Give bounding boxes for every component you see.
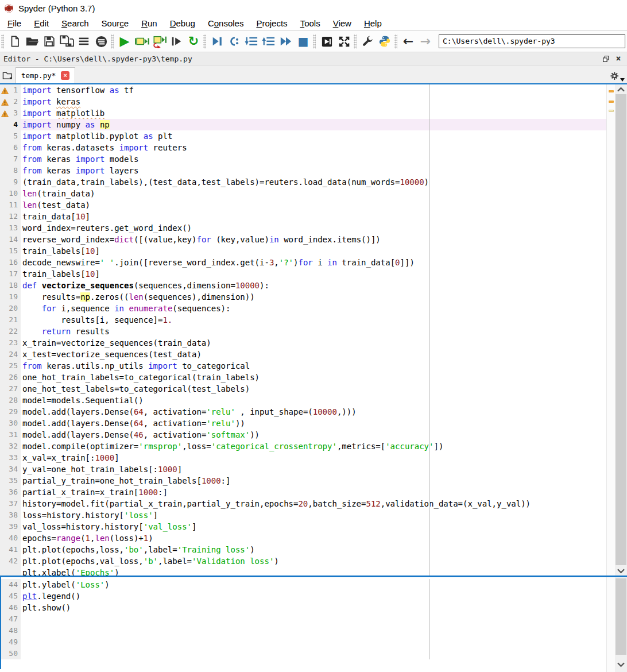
rerun-icon: ↻	[188, 35, 199, 48]
back-icon: ←	[403, 35, 413, 48]
browse-tabs-button[interactable]	[0, 67, 16, 83]
open-file-button[interactable]	[24, 33, 41, 50]
editor-pane-top[interactable]: 1import tensorflow as tf2import keras3im…	[0, 84, 606, 576]
code-text: plt.show()	[21, 602, 606, 613]
occurrence-flag[interactable]	[609, 110, 614, 112]
menu-run[interactable]: Run	[135, 17, 164, 29]
format-icon	[78, 35, 90, 48]
line-number: 1	[0, 84, 21, 96]
warning-flag[interactable]	[609, 101, 614, 103]
code-text: def vectorize_sequences(sequences,dimens…	[21, 280, 606, 291]
run-cell-advance-icon	[151, 34, 167, 48]
back-button[interactable]: ←	[400, 33, 417, 50]
save-button[interactable]	[41, 33, 58, 50]
maximize-pane-button[interactable]	[318, 33, 335, 50]
tab-options-button[interactable]	[610, 71, 625, 82]
line-number: 22	[0, 326, 21, 337]
code-line: 33x_val=x_train[:1000]	[0, 452, 606, 464]
fullscreen-icon	[338, 35, 351, 48]
new-file-button[interactable]	[6, 33, 24, 50]
step-into-button[interactable]	[243, 33, 260, 50]
run-cell-advance-button[interactable]	[150, 33, 168, 50]
menu-consoles[interactable]: Consoles	[202, 17, 250, 29]
line-number: 20	[0, 303, 21, 314]
code-line: 25from keras.utils.np_utils import to_ca…	[0, 360, 606, 372]
line-number: 15	[0, 245, 21, 257]
code-line: 42plt.plot(epochs,val_loss,'b',label='Va…	[0, 555, 606, 567]
code-text: from keras.utils.np_utils import to_cate…	[21, 360, 606, 372]
menu-edit[interactable]: Edit	[28, 17, 55, 29]
menu-view[interactable]: View	[327, 17, 358, 29]
code-line: 14reverse_word_index=dict([(value,key)fo…	[0, 234, 606, 245]
editor-tab-bar: temp.py* ×	[0, 65, 627, 83]
fullscreen-button[interactable]	[335, 33, 353, 50]
preferences-button[interactable]	[359, 33, 376, 50]
scroll-down-button[interactable]	[615, 566, 627, 576]
scrollbar-thumb[interactable]	[616, 578, 626, 655]
code-text: val_loss=history.history['val_loss']	[21, 521, 606, 532]
split-divider[interactable]	[0, 576, 627, 577]
code-text: return results	[21, 326, 606, 337]
save-all-button[interactable]	[58, 33, 75, 50]
menu-help[interactable]: Help	[358, 17, 388, 29]
scrollbar-thumb[interactable]	[616, 94, 626, 565]
menu-tools[interactable]: Tools	[294, 17, 327, 29]
editor-panel-titlebar: Editor - C:\Users\dell\.spyder-py3\temp.…	[0, 52, 627, 65]
debug-file-icon	[211, 35, 223, 48]
continue-button[interactable]	[277, 33, 295, 50]
line-number: 50	[1, 648, 21, 659]
debug-cell-icon	[228, 35, 241, 48]
spyder-logo-icon	[4, 3, 14, 13]
close-pane-button[interactable]: ×	[613, 53, 624, 64]
line-number: 24	[0, 349, 21, 360]
code-line: 37history=model.fit(partial_x_train,part…	[0, 498, 606, 509]
menu-search[interactable]: Search	[55, 17, 95, 29]
code-line: 35partial_y_train=one_hot_train_labels[1…	[0, 475, 606, 486]
code-line: 3import matplotlib	[0, 107, 606, 119]
undock-pane-button[interactable]	[601, 53, 611, 64]
code-line: 32model.compile(optimizer='rmsprop',loss…	[0, 441, 606, 452]
code-line: 20 for i,sequence in enumerate(sequences…	[0, 303, 606, 314]
run-selection-button[interactable]	[168, 33, 185, 50]
line-number: 27	[0, 383, 21, 395]
code-text	[21, 636, 606, 648]
warning-flag[interactable]	[609, 90, 614, 92]
code-text: train_data[10]	[21, 211, 606, 222]
scroll-down-button[interactable]	[615, 660, 627, 669]
editor-pane-bottom[interactable]: 44plt.ylabel('Loss')45plt.legend()46plt.…	[1, 579, 606, 672]
code-text: history=model.fit(partial_x_train,partia…	[21, 498, 606, 509]
code-text: y_val=one_hot_train_labels[:1000]	[21, 464, 606, 475]
tab-close-button[interactable]: ×	[61, 71, 69, 80]
menu-file[interactable]: File	[1, 17, 28, 29]
code-text: import matplotlib	[21, 107, 606, 119]
forward-button[interactable]: →	[417, 33, 434, 50]
working-directory-combobox[interactable]: C:\Users\dell\.spyder-py3	[439, 34, 625, 48]
run-cell-button[interactable]	[133, 33, 150, 50]
toolbar-grip	[354, 34, 357, 49]
scroll-up-button[interactable]	[615, 84, 627, 94]
scrollbar-top-pane[interactable]	[615, 84, 627, 576]
line-number: 13	[0, 222, 21, 234]
line-number: 44	[1, 579, 21, 590]
stop-button[interactable]: ■	[295, 33, 312, 50]
menu-source[interactable]: Source	[95, 17, 136, 29]
run-file-button[interactable]: ▶	[116, 33, 133, 50]
code-line: 13word_index=reuters.get_word_index()	[0, 222, 606, 234]
debug-cell-button[interactable]	[226, 33, 243, 50]
debug-file-button[interactable]	[208, 33, 226, 50]
code-text: (train_data,train_labels),(test_data,tes…	[21, 176, 606, 188]
tab-temp-py[interactable]: temp.py* ×	[16, 67, 75, 83]
format-button[interactable]	[75, 33, 92, 50]
scrollbar-bottom-pane[interactable]	[615, 577, 627, 672]
step-return-button[interactable]	[260, 33, 277, 50]
menu-projects[interactable]: Projects	[250, 17, 293, 29]
python-path-button[interactable]	[376, 33, 393, 50]
menu-debug[interactable]: Debug	[164, 17, 202, 29]
code-text: one_hot_test_labels=to_categorical(test_…	[21, 383, 606, 395]
rerun-button[interactable]: ↻	[185, 33, 202, 50]
line-number: 29	[0, 406, 21, 418]
file-switcher-button[interactable]	[92, 33, 110, 50]
code-line: 41plt.plot(epochs,loss,'bo',label='Train…	[0, 544, 606, 555]
code-text: plt.ylabel('Loss')	[21, 579, 606, 590]
main-toolbar: ▶↻■←→ C:\Users\dell\.spyder-py3	[0, 31, 627, 52]
